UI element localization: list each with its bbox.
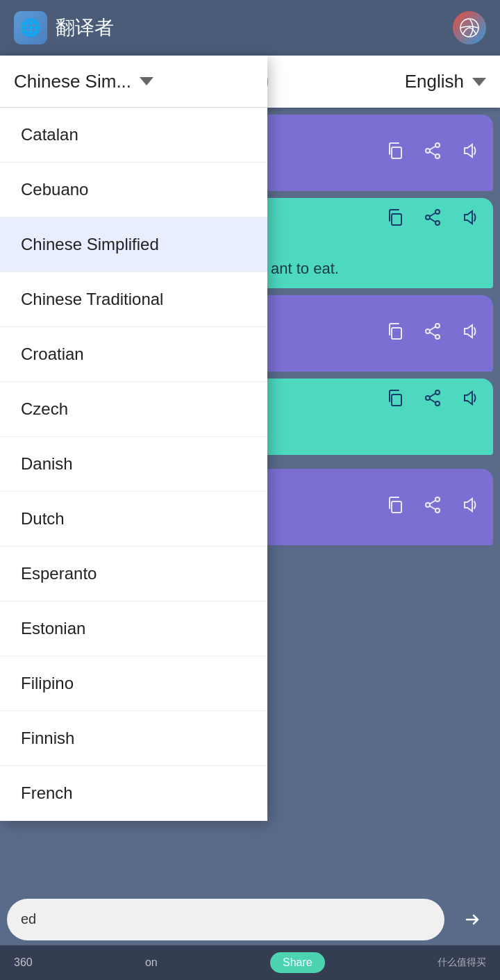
share-label: Share <box>283 956 312 968</box>
svg-line-29 <box>430 500 435 504</box>
svg-rect-13 <box>392 328 401 339</box>
copy-icon-5[interactable] <box>386 496 404 519</box>
svg-line-24 <box>430 399 435 403</box>
speaker-icon-4[interactable] <box>461 389 479 412</box>
svg-point-21 <box>435 401 440 406</box>
dropdown-item-danish[interactable]: Danish <box>0 437 267 492</box>
svg-point-28 <box>426 503 430 507</box>
svg-rect-25 <box>392 501 401 513</box>
chat-bubble-2: ant to eat. <box>257 198 493 288</box>
watermark: 什么值得买 <box>438 956 486 969</box>
svg-point-27 <box>435 508 440 513</box>
bottom-info: 360 <box>14 956 33 969</box>
copy-icon-4[interactable] <box>386 389 404 412</box>
send-button[interactable] <box>451 899 493 940</box>
svg-point-3 <box>435 154 440 158</box>
dropdown-item-czech[interactable]: Czech <box>0 382 267 437</box>
share-icon-5[interactable] <box>424 496 442 519</box>
dropdown-item-finnish[interactable]: Finnish <box>0 711 267 766</box>
bubble-2-text: ant to eat. <box>271 260 339 278</box>
svg-point-22 <box>426 396 430 400</box>
dropdown-item-estonian[interactable]: Estonian <box>0 601 267 656</box>
dropdown-item-esperanto[interactable]: Esperanto <box>0 547 267 601</box>
app-header: 🌐 翻译者 <box>0 0 500 56</box>
bottom-info-sub: on <box>145 956 158 969</box>
target-lang-arrow <box>472 78 486 86</box>
share-chip[interactable]: Share <box>270 952 325 973</box>
speaker-icon-1[interactable] <box>461 142 479 165</box>
dropdown-item-cebuano[interactable]: Cebuano <box>0 163 267 217</box>
app-icon: 🌐 <box>14 11 47 44</box>
dropdown-item-croatian[interactable]: Croatian <box>0 327 267 382</box>
dropdown-item-catalan[interactable]: Catalan <box>0 108 267 163</box>
svg-point-15 <box>435 335 440 339</box>
chat-bubble-4 <box>257 379 493 455</box>
dropdown-list: CatalanCebuanoChinese SimplifiedChinese … <box>0 108 267 821</box>
avatar[interactable] <box>453 11 486 44</box>
message-input[interactable] <box>7 899 444 940</box>
speaker-icon-5[interactable] <box>461 496 479 519</box>
svg-line-12 <box>430 219 435 222</box>
copy-icon-2[interactable] <box>386 208 404 231</box>
svg-point-26 <box>435 497 440 501</box>
svg-line-18 <box>430 332 435 335</box>
dropdown-header-source: Chinese Sim... <box>14 71 131 92</box>
target-lang-text: English <box>405 71 464 92</box>
dropdown-item-filipino[interactable]: Filipino <box>0 656 267 711</box>
speaker-icon-2[interactable] <box>461 208 479 231</box>
dropdown-item-chinese-traditional[interactable]: Chinese Traditional <box>0 272 267 327</box>
bottom-bar: 360 on Share 什么值得买 <box>0 945 500 980</box>
svg-point-9 <box>435 221 440 225</box>
chat-bubble-5 <box>257 469 493 545</box>
bubble-2-icons <box>386 208 479 231</box>
language-dropdown: Chinese Sim... CatalanCebuanoChinese Sim… <box>0 56 267 821</box>
share-icon-1[interactable] <box>424 142 442 165</box>
share-icon-4[interactable] <box>424 389 442 412</box>
svg-point-2 <box>435 143 440 147</box>
dropdown-item-chinese-simplified[interactable]: Chinese Simplified <box>0 217 267 272</box>
svg-rect-1 <box>392 147 401 158</box>
app-title: 翻译者 <box>56 15 114 41</box>
share-icon-2[interactable] <box>424 208 442 231</box>
bubble-4-icons <box>386 389 479 412</box>
svg-rect-7 <box>392 214 401 225</box>
svg-point-4 <box>426 149 430 153</box>
svg-point-14 <box>435 324 440 328</box>
chat-bubble-1 <box>257 115 493 191</box>
svg-rect-19 <box>392 395 401 406</box>
target-lang-selector[interactable]: English <box>275 71 486 92</box>
dropdown-header-arrow <box>140 77 153 85</box>
dropdown-item-french[interactable]: French <box>0 766 267 821</box>
copy-icon-1[interactable] <box>386 142 404 165</box>
svg-line-5 <box>430 146 435 149</box>
svg-line-23 <box>430 394 435 397</box>
header-left: 🌐 翻译者 <box>14 11 114 44</box>
dropdown-item-dutch[interactable]: Dutch <box>0 492 267 547</box>
svg-point-10 <box>426 215 430 219</box>
svg-point-8 <box>435 210 440 214</box>
svg-line-17 <box>430 326 435 330</box>
copy-icon-3[interactable] <box>386 322 404 345</box>
input-bar <box>0 893 500 945</box>
svg-line-6 <box>430 151 435 155</box>
share-icon-3[interactable] <box>424 322 442 345</box>
svg-point-20 <box>435 390 440 395</box>
svg-point-16 <box>426 329 430 333</box>
svg-line-30 <box>430 506 435 509</box>
svg-line-11 <box>430 213 435 217</box>
chat-bubble-3 <box>257 295 493 372</box>
speaker-icon-3[interactable] <box>461 322 479 345</box>
